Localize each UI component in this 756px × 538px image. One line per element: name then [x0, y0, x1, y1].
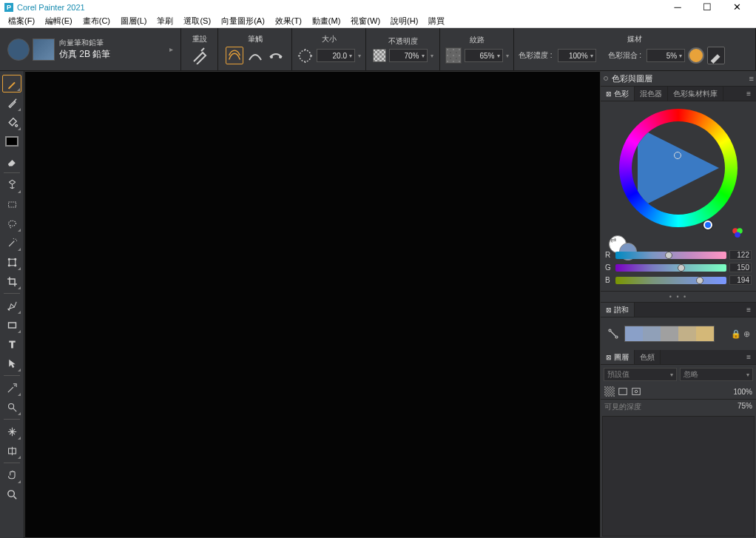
lasso-tool[interactable]	[2, 215, 21, 232]
hue-handle[interactable]	[703, 221, 712, 229]
menu-brush[interactable]: 筆刷	[152, 14, 178, 28]
size-input[interactable]: 20.0▾	[317, 49, 355, 62]
concentration-input[interactable]: 100%▾	[558, 49, 596, 62]
grain-swatch-icon[interactable]	[445, 47, 462, 64]
opacity-input[interactable]: 70%▾	[389, 49, 428, 62]
menubar: 檔案(F) 編輯(E) 畫布(C) 圖層(L) 筆刷 選取(S) 向量圖形(A)…	[0, 14, 756, 28]
cloner-tool[interactable]	[2, 379, 21, 397]
panel-menu-icon[interactable]: ≡	[749, 74, 753, 83]
close-button[interactable]: ✕	[722, 0, 752, 14]
dab-type-icon[interactable]	[226, 47, 243, 64]
dodge-tool[interactable]	[2, 398, 21, 416]
g-value[interactable]: 150	[729, 263, 752, 272]
rect-select-tool[interactable]	[2, 195, 21, 213]
blend-mode-dropdown[interactable]: 預設值▾	[604, 368, 677, 381]
color-panel-menu-icon[interactable]: ≡	[741, 87, 756, 101]
menu-movie[interactable]: 動畫(M)	[307, 14, 346, 28]
harmony-swatches[interactable]	[624, 326, 715, 342]
menu-window[interactable]: 視窗(W)	[345, 14, 385, 28]
add-swatch-icon[interactable]: ⊕	[743, 329, 750, 339]
layer-check-icon[interactable]	[604, 386, 615, 397]
hand-tool[interactable]	[2, 466, 21, 484]
rect-shape-tool[interactable]	[2, 316, 21, 334]
dropper-tool[interactable]	[2, 94, 21, 112]
magic-wand-tool[interactable]	[2, 234, 21, 252]
magnifier-tool[interactable]	[2, 485, 21, 503]
svg-rect-23	[632, 389, 641, 395]
reset-brush-icon[interactable]	[191, 47, 209, 64]
layer-pick-icon[interactable]	[631, 386, 641, 397]
brush-variant-label: 仿真 2B 鉛筆	[59, 48, 166, 61]
tab-mixer[interactable]: 混色器	[635, 87, 668, 101]
layers-menu-icon[interactable]: ≡	[741, 350, 756, 364]
menu-effects[interactable]: 效果(T)	[270, 14, 307, 28]
mirror-tool[interactable]	[2, 442, 21, 460]
lock-icon[interactable]: 🔒	[731, 329, 741, 339]
media-color-icon[interactable]	[688, 47, 704, 64]
layer-adjuster-tool[interactable]	[2, 176, 21, 194]
text-tool[interactable]	[2, 335, 21, 353]
svg-point-9	[14, 264, 16, 266]
eraser-tool[interactable]	[2, 152, 21, 169]
b-value[interactable]: 194	[729, 275, 752, 285]
tab-colorset[interactable]: 色彩集材料庫	[668, 87, 723, 101]
grain-input[interactable]: 65%▾	[465, 49, 503, 62]
swap-colors-icon[interactable]: ⇄	[610, 236, 616, 244]
tab-color[interactable]: ⊠色彩	[601, 87, 635, 101]
svg-point-4	[8, 221, 16, 226]
b-slider[interactable]	[615, 277, 726, 284]
transform-tool[interactable]	[2, 253, 21, 271]
pen-tool[interactable]	[2, 297, 21, 315]
crop-tool[interactable]	[2, 272, 21, 290]
pager-dots[interactable]: • • •	[601, 291, 756, 303]
media-tool-icon[interactable]	[707, 47, 725, 64]
menu-help[interactable]: 說明(H)	[385, 14, 423, 28]
depth-value[interactable]: 75%	[738, 402, 752, 412]
r-value[interactable]: 122	[729, 250, 752, 260]
g-slider[interactable]	[615, 264, 726, 272]
layer-ignore-dropdown[interactable]: 忽略▾	[680, 368, 753, 381]
layer-lock-trans-icon[interactable]	[618, 386, 628, 397]
color-layer-panel-header[interactable]: 色彩與圖層 ≡	[601, 71, 756, 87]
sv-handle[interactable]	[674, 152, 681, 159]
layer-opacity-value[interactable]: 100%	[733, 388, 752, 396]
color-swatch[interactable]	[2, 132, 21, 150]
opacity-expand-icon[interactable]: ▾	[431, 53, 433, 59]
paint-bucket-tool[interactable]	[2, 113, 21, 131]
menu-canvas[interactable]: 畫布(C)	[78, 14, 115, 28]
divine-proportion-tool[interactable]	[2, 423, 21, 440]
size-expand-icon[interactable]: ▾	[358, 53, 361, 59]
layer-list[interactable]	[602, 416, 755, 537]
stroke-options-icon[interactable]	[267, 47, 285, 64]
menu-edit[interactable]: 編輯(E)	[40, 14, 78, 28]
brush-category-icon[interactable]	[7, 38, 30, 61]
svg-rect-3	[8, 201, 16, 206]
harmony-menu-icon[interactable]: ≡	[741, 303, 756, 317]
shape-selection-tool[interactable]	[2, 354, 21, 372]
brush-selector[interactable]: 向量筆和鉛筆 仿真 2B 鉛筆 ▸	[0, 28, 181, 70]
tab-layers[interactable]: ⊠圖層	[601, 350, 635, 364]
tab-harmony[interactable]: ⊠諧和	[601, 303, 635, 317]
menu-file[interactable]: 檔案(F)	[3, 14, 40, 28]
brush-variant-icon[interactable]	[33, 38, 55, 61]
menu-buy[interactable]: 購買	[423, 14, 450, 28]
brush-expand-icon[interactable]: ▸	[166, 45, 176, 53]
menu-select[interactable]: 選取(S)	[178, 14, 216, 28]
stroke-type-icon[interactable]	[246, 47, 264, 64]
maximize-button[interactable]: ☐	[692, 0, 722, 14]
svg-point-17	[609, 329, 611, 332]
sv-triangle[interactable]	[638, 127, 719, 209]
grain-expand-icon[interactable]: ▾	[506, 53, 509, 59]
harmony-mode-icon[interactable]	[607, 327, 620, 340]
tab-channels[interactable]: 色頻	[635, 350, 661, 364]
menu-layer[interactable]: 圖層(L)	[115, 14, 152, 28]
brush-tool[interactable]	[2, 75, 21, 93]
size-icon[interactable]	[297, 47, 314, 64]
r-slider[interactable]	[615, 252, 726, 259]
rgb-hsv-switcher-icon[interactable]	[731, 226, 744, 240]
app-title: Corel Painter 2021	[17, 3, 85, 12]
minimize-button[interactable]: ─	[663, 0, 692, 14]
menu-shapes[interactable]: 向量圖形(A)	[216, 14, 270, 28]
canvas-area[interactable]	[24, 71, 601, 538]
mix-input[interactable]: 5%▾	[647, 49, 685, 62]
